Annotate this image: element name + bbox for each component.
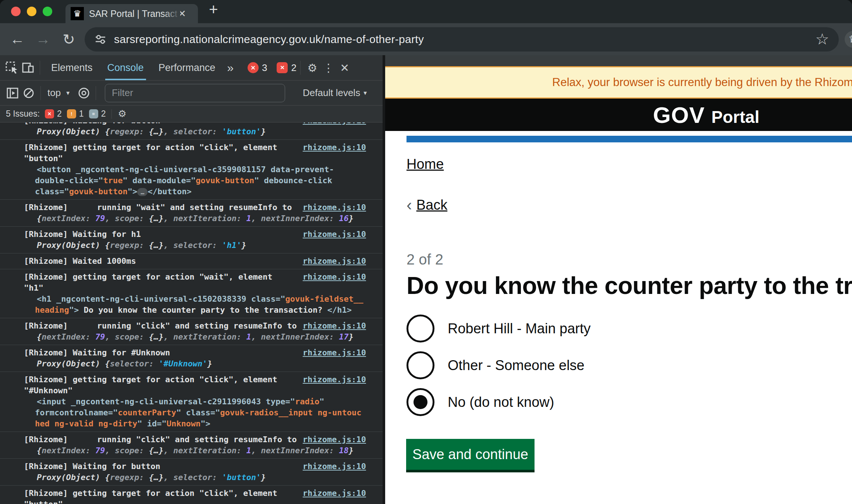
console-log-row: ▶[Rhizome] getting target for action "cl… xyxy=(0,374,383,385)
devtools-tab-bar: Elements Console Performance » ✕ 3 ✕ 2 ⚙… xyxy=(0,55,383,81)
gov-portal-logo[interactable]: GOV Portal xyxy=(653,102,759,128)
console-error-badge[interactable]: ✕ 3 xyxy=(248,62,267,74)
issue-info-icon[interactable]: ≡ xyxy=(89,109,98,118)
source-location-link[interactable]: rhizome.js:10 xyxy=(303,229,383,240)
source-location-link[interactable]: rhizome.js:10 xyxy=(303,488,383,499)
log-levels-dropdown[interactable]: Default levels ▼ xyxy=(303,87,378,99)
live-expression-eye-icon[interactable] xyxy=(76,85,92,101)
source-location-link[interactable]: rhizome.js:10 xyxy=(303,123,383,126)
console-log-row: ▶Proxy(Object) {regexp: {…}, selector: '… xyxy=(0,472,383,483)
radio-option[interactable]: Robert Hill - Main party xyxy=(407,315,591,342)
new-tab-button[interactable]: + xyxy=(209,2,218,17)
site-settings-icon[interactable] xyxy=(94,33,107,46)
source-location-link[interactable]: rhizome.js:10 xyxy=(303,434,383,445)
back-link[interactable]: Back xyxy=(416,197,447,213)
device-toolbar-icon[interactable] xyxy=(20,60,36,76)
more-tabs-icon[interactable]: » xyxy=(223,61,238,75)
console-log-row: class="govuk-button">…</button> xyxy=(0,186,383,197)
console-log-row: double-click="true" data-module="govuk-b… xyxy=(0,175,383,186)
console-log-row: ▶[Rhizome] getting target for action "cl… xyxy=(0,142,383,153)
radio-label: No (do not know) xyxy=(448,394,554,410)
console-log-entry: ▶[Rhizome] Waited 1000msrhizome.js:10 xyxy=(0,253,383,269)
source-location-link[interactable]: rhizome.js:10 xyxy=(303,202,383,213)
header-blue-bar xyxy=(407,136,852,142)
url-text[interactable]: sarsreporting.nationalcrimeagency.gov.uk… xyxy=(114,33,809,46)
inspect-element-icon[interactable] xyxy=(4,60,20,76)
radio-button[interactable] xyxy=(407,351,434,379)
console-log-row: ▶[Rhizome] running "click" and setting r… xyxy=(0,320,383,331)
divider xyxy=(40,61,40,75)
console-sidebar-icon[interactable] xyxy=(4,85,21,101)
minimize-window-button[interactable] xyxy=(27,7,36,16)
radio-button[interactable] xyxy=(407,315,434,342)
issue-error-icon[interactable]: ✕ xyxy=(45,109,54,118)
radio-option[interactable]: Other - Someone else xyxy=(407,351,591,379)
divider xyxy=(111,109,112,119)
console-log-entry: ▶[Rhizome] Waiting for h1rhizome.js:10▶P… xyxy=(0,227,383,253)
settings-gear-icon[interactable]: ⚙ xyxy=(304,60,320,76)
page-top-strip xyxy=(385,55,852,66)
context-selector[interactable]: top xyxy=(47,87,61,99)
console-log-entry: ▶[Rhizome] getting target for action "cl… xyxy=(0,140,383,200)
kebab-menu-icon[interactable]: ⋮ xyxy=(320,60,337,76)
close-window-button[interactable] xyxy=(11,7,21,16)
zoom-window-button[interactable] xyxy=(43,7,52,16)
source-location-link[interactable]: rhizome.js:10 xyxy=(303,461,383,472)
close-devtools-icon[interactable]: ✕ xyxy=(337,60,353,76)
console-log-entry: ▶[Rhizome] getting target for action "cl… xyxy=(0,372,383,432)
tab-console[interactable]: Console xyxy=(100,55,151,80)
issues-flag-badge[interactable]: ✕ 2 xyxy=(277,62,296,74)
browser-tab[interactable]: ♛ SAR Portal | Transaction | Oth ✕ xyxy=(65,4,198,23)
forward-icon[interactable]: → xyxy=(35,31,52,48)
issues-gear-icon[interactable]: ⚙ xyxy=(118,108,126,120)
console-filter-input[interactable] xyxy=(105,84,285,102)
radio-label: Other - Someone else xyxy=(448,358,585,373)
window-controls xyxy=(11,7,52,16)
radio-option[interactable]: No (do not know) xyxy=(407,388,591,416)
console-toolbar: top ▼ Default levels ▼ xyxy=(0,81,383,106)
console-log-row: "button" xyxy=(0,499,383,504)
tab-title-fade xyxy=(163,4,180,23)
source-location-link[interactable]: rhizome.js:10 xyxy=(303,374,383,385)
clear-console-icon[interactable] xyxy=(21,85,37,101)
profile-avatar[interactable]: ♛ xyxy=(845,31,852,48)
address-bar[interactable]: sarsreporting.nationalcrimeagency.gov.uk… xyxy=(85,27,839,52)
divider xyxy=(300,61,301,75)
source-location-link[interactable]: rhizome.js:10 xyxy=(303,142,383,153)
radio-button-selected[interactable] xyxy=(407,388,434,416)
console-log-row: ▶{nextIndex: 79, scope: {…}, nextIterati… xyxy=(0,331,383,342)
console-log-entry: ▶[Rhizome] getting target for action "cl… xyxy=(0,486,383,504)
automation-banner: Relax, your browser is currently being d… xyxy=(385,66,852,99)
radio-group: Robert Hill - Main partyOther - Someone … xyxy=(407,315,591,416)
issue-warning-icon[interactable]: ! xyxy=(67,109,76,118)
console-log-row: hed ng-valid ng-dirty" id="Unknown"> xyxy=(0,418,383,429)
reload-icon[interactable]: ↻ xyxy=(60,31,77,48)
bookmark-star-icon[interactable]: ☆ xyxy=(815,30,829,48)
source-location-link[interactable]: rhizome.js:10 xyxy=(303,256,383,267)
chevron-down-icon: ▼ xyxy=(362,90,368,96)
console-log-row: ▶<button _ngcontent-ng-cli-universal-c35… xyxy=(0,164,383,175)
source-location-link[interactable]: rhizome.js:10 xyxy=(303,271,383,283)
tab-elements[interactable]: Elements xyxy=(44,55,100,80)
console-log-row: ▶[Rhizome] Waiting for h1rhizome.js:10 xyxy=(0,229,383,240)
devtools-panel: Elements Console Performance » ✕ 3 ✕ 2 ⚙… xyxy=(0,55,385,504)
error-x-icon: ✕ xyxy=(248,62,259,73)
console-log-row: "button" xyxy=(0,153,383,164)
issue-error-count: 2 xyxy=(57,109,62,119)
gov-header: GOV Portal xyxy=(385,99,852,131)
issue-info-count: 2 xyxy=(101,109,106,119)
console-log-row: ▶Proxy(Object) {regexp: {…}, selector: '… xyxy=(0,126,383,137)
source-location-link[interactable]: rhizome.js:10 xyxy=(303,320,383,331)
back-chevron-icon: ‹ xyxy=(407,197,412,213)
flag-x-icon: ✕ xyxy=(277,62,288,73)
back-icon[interactable]: ← xyxy=(9,31,26,48)
source-location-link[interactable]: rhizome.js:10 xyxy=(303,347,383,358)
portal-logo-text: Portal xyxy=(711,107,759,127)
save-and-continue-button[interactable]: Save and continue xyxy=(406,439,535,470)
home-link[interactable]: Home xyxy=(407,156,444,172)
console-log-row: ▶[Rhizome] Waiting for buttonrhizome.js:… xyxy=(0,461,383,472)
console-log-row: ▶Proxy(Object) {regexp: {…}, selector: '… xyxy=(0,240,383,251)
console-log-row: ▶{nextIndex: 79, scope: {…}, nextIterati… xyxy=(0,445,383,456)
tab-performance[interactable]: Performance xyxy=(151,55,223,80)
console-log-row: ▶[Rhizome] getting target for action "wa… xyxy=(0,271,383,283)
